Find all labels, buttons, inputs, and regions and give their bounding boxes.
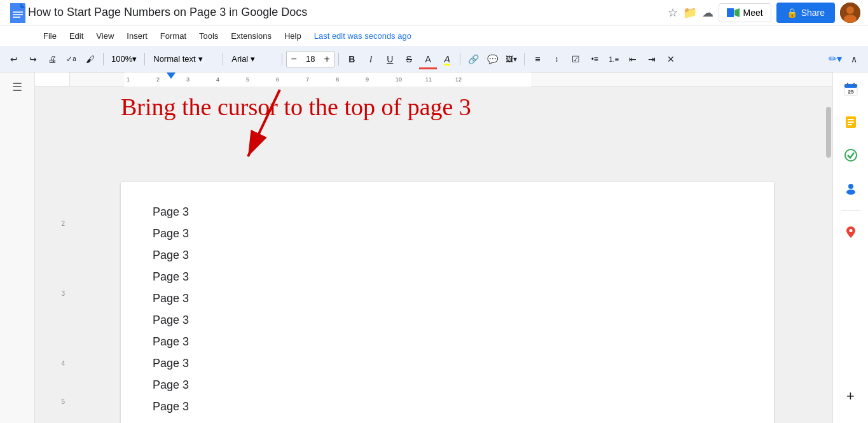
share-label: Share [801, 8, 825, 18]
decrease-indent-button[interactable]: ⇤ [624, 50, 642, 68]
menu-view[interactable]: View [91, 29, 119, 43]
meet-label: Meet [743, 8, 763, 18]
print-button[interactable]: 🖨 [43, 50, 61, 68]
numbered-button[interactable]: 1.≡ [605, 50, 623, 68]
font-value: Arial [231, 54, 248, 64]
align-button[interactable]: ≡ [528, 50, 546, 68]
main-layout: ☰ 1 2 3 4 5 6 7 8 9 [0, 73, 868, 423]
svg-point-38 [849, 229, 852, 232]
svg-text:11: 11 [425, 76, 432, 83]
margin-number-4: 4 [61, 360, 65, 367]
underline-button[interactable]: U [381, 50, 399, 68]
user-avatar[interactable] [840, 3, 860, 23]
font-size-increase[interactable]: + [320, 52, 334, 67]
edit-mode-button[interactable]: ✏▾ [826, 50, 844, 68]
collapse-toolbar-button[interactable]: ∧ [845, 50, 863, 68]
svg-rect-2 [13, 14, 23, 15]
font-size-decrease[interactable]: − [287, 52, 301, 67]
text-color-button[interactable]: A [419, 50, 437, 68]
menu-edit[interactable]: Edit [64, 29, 88, 43]
page-line-5: Page 3 [153, 288, 742, 309]
page-line-1: Page 3 [153, 201, 742, 223]
document-title: How to Start Page Numbers on Page 3 in G… [28, 6, 668, 19]
undo-button[interactable]: ↩ [5, 50, 23, 68]
vertical-scrollbar[interactable] [825, 87, 832, 423]
paint-format-button[interactable]: 🖌 [81, 50, 99, 68]
folder-icon[interactable]: 📁 [683, 6, 697, 20]
page-line-4: Page 3 [153, 266, 742, 288]
menu-file[interactable]: File [38, 29, 62, 43]
link-button[interactable]: 🔗 [464, 50, 482, 68]
bullets-button[interactable]: •≡ [586, 50, 603, 68]
ruler-marks: 1 2 3 4 5 6 7 8 9 10 11 12 [70, 73, 832, 86]
redo-button[interactable]: ↪ [24, 50, 42, 68]
ruler: 1 2 3 4 5 6 7 8 9 10 11 12 [35, 73, 832, 87]
separator-3 [223, 53, 223, 66]
content-area: 2 3 4 5 Bring the cursor to the top of p… [35, 87, 832, 423]
italic-button[interactable]: I [362, 50, 380, 68]
title-actions: ☆ 📁 ☁ Meet 🔒 Share [668, 3, 860, 23]
style-value: Normal text [153, 54, 195, 64]
menu-insert[interactable]: Insert [121, 29, 153, 43]
checklist-button[interactable]: ☑ [567, 50, 584, 68]
svg-point-36 [848, 184, 853, 189]
document-page: Page 3 Page 3 Page 3 Page 3 Page 3 Page … [121, 182, 774, 423]
scrollbar-thumb[interactable] [826, 107, 831, 158]
meet-button[interactable]: Meet [719, 3, 771, 22]
svg-text:4: 4 [216, 76, 219, 83]
page-line-10: Page 3 [153, 396, 742, 417]
separator-1 [103, 53, 104, 66]
svg-rect-28 [847, 83, 848, 86]
svg-point-7 [846, 6, 854, 14]
meet-icon [727, 8, 740, 17]
keep-icon[interactable] [839, 111, 862, 134]
page-line-6: Page 3 [153, 309, 742, 331]
highlight-button[interactable]: A [438, 50, 456, 68]
calendar-icon[interactable]: 25 [839, 78, 862, 101]
page-line-7: Page 3 [153, 331, 742, 352]
line-spacing-button[interactable]: ↕ [548, 50, 565, 68]
share-button[interactable]: 🔒 Share [776, 3, 835, 23]
menu-help[interactable]: Help [279, 29, 307, 43]
margin-number-2: 2 [61, 220, 65, 227]
menu-extensions[interactable]: Extensions [226, 29, 277, 43]
tasks-icon[interactable] [839, 144, 862, 167]
separator-7 [524, 53, 525, 66]
font-selector[interactable]: Arial ▾ [227, 52, 278, 66]
docs-icon [8, 3, 28, 23]
star-icon[interactable]: ☆ [668, 6, 678, 20]
separator-6 [460, 53, 460, 66]
add-plugin-button[interactable]: + [839, 385, 862, 408]
style-selector[interactable]: Normal text ▾ [149, 52, 219, 66]
maps-icon[interactable] [839, 221, 862, 244]
svg-text:7: 7 [306, 76, 309, 83]
menu-format[interactable]: Format [155, 29, 191, 43]
svg-rect-27 [844, 84, 857, 88]
clear-formatting-button[interactable]: ✕ [662, 50, 680, 68]
contacts-icon[interactable] [839, 177, 862, 200]
svg-text:8: 8 [336, 76, 339, 83]
menu-bar: File Edit View Insert Format Tools Exten… [0, 25, 868, 46]
svg-rect-10 [124, 73, 531, 87]
font-size-input[interactable] [301, 54, 320, 64]
image-button[interactable]: 🖼▾ [502, 50, 520, 68]
spellcheck-button[interactable]: ✓a [62, 50, 80, 68]
left-margin: 2 3 4 5 [35, 87, 70, 423]
lock-icon: 🔒 [787, 8, 797, 18]
svg-point-35 [845, 149, 857, 161]
page-line-2: Page 3 [153, 223, 742, 244]
comment-button[interactable]: 💬 [483, 50, 501, 68]
strikethrough-button[interactable]: S [400, 50, 418, 68]
page-list-icon[interactable]: ☰ [10, 78, 25, 97]
zoom-value: 100% [111, 54, 132, 64]
zoom-selector[interactable]: 100% ▾ [107, 53, 141, 65]
svg-text:9: 9 [366, 76, 369, 83]
svg-rect-29 [853, 83, 855, 86]
svg-rect-3 [13, 17, 20, 18]
increase-indent-button[interactable]: ⇥ [643, 50, 661, 68]
menu-tools[interactable]: Tools [194, 29, 223, 43]
cloud-save-icon[interactable]: ☁ [702, 6, 713, 20]
title-bar: How to Start Page Numbers on Page 3 in G… [0, 0, 868, 25]
arrow-svg [216, 87, 343, 166]
bold-button[interactable]: B [343, 50, 361, 68]
